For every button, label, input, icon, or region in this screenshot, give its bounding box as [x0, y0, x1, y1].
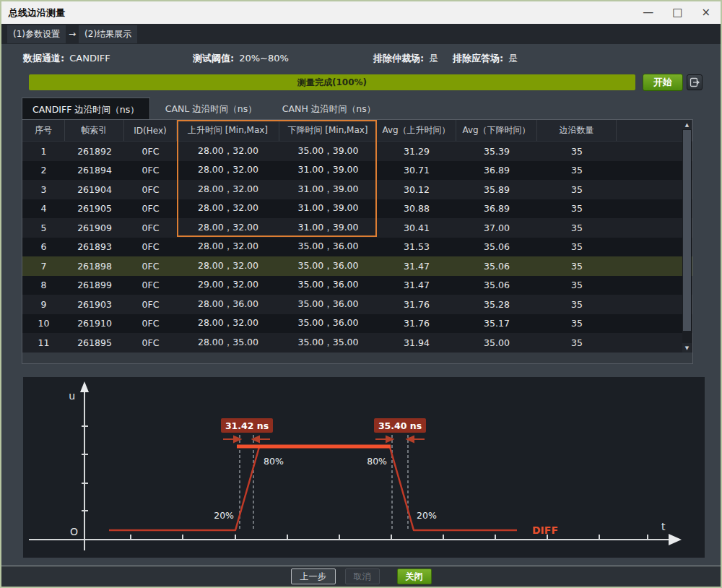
scroll-down-icon[interactable]: ▼: [682, 343, 692, 353]
minimize-icon[interactable]: —: [643, 7, 653, 18]
table-cell: 35: [537, 295, 617, 314]
tab-item[interactable]: CANL 边沿时间（ns）: [155, 98, 267, 120]
table-cell: 31.47: [377, 276, 456, 295]
table-cell: 11: [22, 333, 65, 353]
breadcrumb-step-results[interactable]: (2)结果展示: [79, 25, 137, 43]
table-cell: 35: [537, 238, 617, 257]
table-cell: 261892: [65, 142, 124, 161]
header-cell[interactable]: 边沿数量: [537, 120, 617, 141]
table-cell-filler: [617, 238, 692, 257]
table-row[interactable]: 32619040FC28.00，32.0031.00，39.0030.1235.…: [22, 180, 692, 199]
param-value: 20%~80%: [239, 53, 289, 64]
breadcrumb-step-params[interactable]: (1)参数设置: [7, 25, 66, 43]
maximize-icon[interactable]: □: [672, 7, 682, 18]
table-cell: 0FC: [124, 295, 177, 314]
table-cell: 31.76: [377, 314, 456, 334]
table-cell: 5: [22, 218, 65, 238]
close-icon[interactable]: ×: [701, 7, 710, 18]
table-cell: 4: [22, 199, 65, 219]
table-cell: 35: [537, 256, 617, 276]
signal-name-label: DIFF: [532, 524, 558, 536]
table-cell: 35.06: [456, 238, 537, 257]
table-row[interactable]: 102619100FC28.00，32.0035.00，36.0031.7635…: [22, 314, 692, 334]
scroll-up-icon[interactable]: ▲: [682, 120, 692, 129]
table-body: 12618920FC28.00，32.0035.00，39.0031.2935.…: [22, 142, 692, 353]
header-cell[interactable]: Avg（下降时间）: [456, 120, 537, 141]
table-cell: 31.00，39.00: [279, 199, 377, 219]
breadcrumb: (1)参数设置 → (2)结果展示: [1, 24, 721, 44]
back-button[interactable]: 上一步: [291, 568, 336, 584]
table-row[interactable]: 72618980FC28.00，32.0035.00，36.0031.4735.…: [22, 256, 692, 276]
tab-active[interactable]: CANDIFF 边沿时间（ns）: [22, 98, 150, 120]
param-value: 是: [429, 53, 438, 64]
header-cell[interactable]: [617, 120, 692, 141]
table-cell: 28.00，32.00: [177, 256, 279, 276]
table-cell: 35: [537, 199, 617, 219]
table-cell: 28.00，32.00: [177, 180, 279, 199]
header-cell[interactable]: Avg（上升时间）: [377, 120, 456, 141]
table-cell: 35: [537, 314, 617, 334]
vertical-scrollbar[interactable]: ▲ ▼: [682, 120, 692, 353]
cancel-button[interactable]: 取消: [345, 568, 380, 584]
table-row[interactable]: 42619050FC28.00，32.0031.00，39.0030.8836.…: [22, 199, 692, 219]
x-axis-label: t: [661, 521, 666, 532]
table-cell: 7: [22, 256, 65, 276]
export-icon: [690, 77, 700, 87]
header-cell[interactable]: 序号: [22, 120, 65, 141]
tab-item[interactable]: CANH 边沿时间（ns）: [272, 98, 386, 120]
table-cell: 30.12: [377, 180, 456, 199]
table-cell: 35: [537, 218, 617, 238]
table-cell: 0FC: [124, 180, 177, 199]
table-cell-filler: [617, 218, 692, 238]
param-value: 是: [508, 53, 518, 64]
table-row[interactable]: 12618920FC28.00，32.0035.00，39.0031.2935.…: [22, 142, 692, 161]
table-cell: 9: [22, 295, 65, 314]
table-cell: 0FC: [124, 161, 177, 181]
results-table: 序号帧索引ID(Hex)上升时间 [Min,Max]下降时间 [Min,Max]…: [22, 120, 692, 353]
table-cell-filler: [617, 161, 692, 181]
table-cell: 31.53: [377, 238, 456, 257]
export-button[interactable]: [687, 74, 703, 90]
table-row[interactable]: 52619090FC28.00，32.0031.00，39.0030.4137.…: [22, 218, 692, 238]
table-cell: 35.28: [456, 295, 537, 314]
table-cell: 261894: [65, 161, 124, 181]
table-row[interactable]: 22618940FC28.00，32.0031.00，39.0030.7136.…: [22, 161, 692, 181]
table-cell-filler: [617, 333, 692, 353]
header-cell[interactable]: ID(Hex): [124, 120, 177, 141]
param-label: 测试阈值:: [193, 53, 234, 64]
title-bar: 总线边沿测量 — □ ×: [1, 1, 721, 24]
header-cell[interactable]: 帧索引: [65, 120, 124, 141]
table-row[interactable]: 92619030FC28.00，36.0035.00，36.0031.7635.…: [22, 295, 692, 314]
footer-bar: 上一步 取消 关闭: [1, 566, 721, 587]
table-cell: 0FC: [124, 218, 177, 238]
table-cell: 28.00，32.00: [177, 314, 279, 334]
table-cell: 29.00，32.00: [177, 276, 279, 295]
table-cell: 31.94: [377, 333, 456, 353]
table-cell: 36.89: [456, 161, 537, 181]
table-cell: 31.00，39.00: [279, 180, 377, 199]
table-cell: 28.00，32.00: [177, 218, 279, 238]
table-cell-filler: [617, 314, 692, 334]
close-button[interactable]: 关闭: [397, 568, 432, 584]
table-cell: 0FC: [124, 199, 177, 219]
table-cell: 37.00: [456, 218, 537, 238]
table-cell: 35.00，39.00: [279, 142, 377, 161]
header-cell[interactable]: 下降时间 [Min,Max]: [279, 120, 377, 141]
table-cell: 30.88: [377, 199, 456, 219]
table-row[interactable]: 62618930FC28.00，32.0035.00，36.0031.5335.…: [22, 238, 692, 257]
table-cell: 31.29: [377, 142, 456, 161]
table-row[interactable]: 112618950FC28.00，35.0035.00，35.0031.9435…: [22, 333, 692, 353]
table-row[interactable]: 82618990FC29.00，32.0035.00，36.0031.4735.…: [22, 276, 692, 295]
table-cell: 35.00: [456, 333, 537, 353]
table-cell-filler: [617, 276, 692, 295]
table-cell-filler: [617, 180, 692, 199]
table-cell: 3: [22, 180, 65, 199]
table-cell: 31.00，39.00: [279, 161, 377, 181]
header-cell[interactable]: 上升时间 [Min,Max]: [177, 120, 279, 141]
start-button[interactable]: 开始: [643, 74, 683, 91]
table-header: 序号帧索引ID(Hex)上升时间 [Min,Max]下降时间 [Min,Max]…: [22, 120, 692, 142]
table-cell: 0FC: [124, 333, 177, 353]
scrollbar-thumb[interactable]: [683, 130, 691, 331]
param-label: 数据通道:: [23, 53, 64, 64]
table-cell: 28.00，32.00: [177, 238, 279, 257]
